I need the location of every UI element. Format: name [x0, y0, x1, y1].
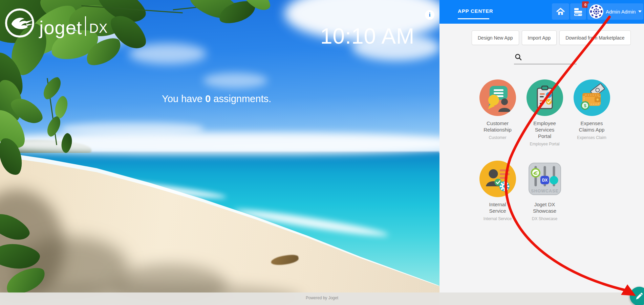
logo-edition: DX: [89, 21, 108, 36]
app-toolbar: Design New App Import App Download from …: [472, 30, 631, 45]
app-center-panel: APP CENTER 0: [439, 0, 644, 305]
joget-app-center-page: joget DX 10:10 AM You have 0 assignments…: [0, 0, 644, 305]
app-title: Expenses Claims App: [575, 120, 608, 133]
logo-text: joget: [39, 18, 82, 38]
user-name: Admin Admin: [606, 9, 636, 15]
joget-bird-icon: [5, 8, 35, 38]
showcase-sliders-icon: DX SHOWCASE: [526, 160, 564, 198]
user-menu-button[interactable]: Admin Admin: [587, 3, 643, 20]
import-app-button[interactable]: Import App: [522, 30, 557, 45]
download-from-marketplace-button[interactable]: Download from Marketplace: [559, 30, 630, 45]
app-search: [514, 53, 577, 64]
clipboard-checklist-icon: [526, 79, 564, 117]
info-icon: i: [429, 11, 431, 18]
footer-bar: Powered by Joget: [0, 292, 644, 305]
app-title: Internal Service: [481, 201, 514, 214]
dx-knob-label: DX: [542, 178, 548, 183]
inbox-list-icon: [574, 7, 583, 16]
app-center-label: APP CENTER: [458, 8, 493, 14]
clock: 10:10 AM: [320, 24, 419, 49]
assignments-suffix: assignments.: [211, 93, 271, 104]
app-subtitle: Internal Service: [484, 216, 512, 221]
app-subtitle: Employee Portal: [530, 142, 559, 146]
app-subtitle: Customer: [489, 135, 506, 140]
home-button[interactable]: [552, 3, 569, 20]
pencil-icon: [635, 292, 644, 301]
app-tile-joget-dx-showcase[interactable]: DX SHOWCASE Joget DX Showcase DX Showcas…: [521, 160, 568, 221]
home-icon: [556, 7, 565, 16]
wallet-money-icon: $: [573, 79, 611, 117]
app-subtitle: DX Showcase: [532, 216, 557, 221]
app-tile-employee-services-portal[interactable]: Employee Services Portal Employee Portal: [521, 79, 568, 146]
panel-header: APP CENTER 0: [439, 0, 644, 24]
assignments-message: You have 0 assignments.: [162, 93, 271, 104]
svg-text:$: $: [584, 103, 586, 108]
app-title: Customer Relationship: [481, 120, 514, 133]
app-title: Joget DX Showcase: [528, 201, 561, 214]
app-title: Employee Services Portal: [528, 120, 561, 139]
user-avatar: [589, 4, 603, 19]
search-icon: [515, 53, 522, 61]
caret-down-icon: [638, 10, 642, 13]
app-tile-internal-service[interactable]: Internal Service Internal Service: [474, 160, 521, 221]
joget-dx-logo: joget DX: [5, 8, 108, 38]
active-tab-underline: [458, 18, 489, 19]
search-input[interactable]: [514, 53, 577, 64]
assignments-prefix: You have: [162, 93, 205, 104]
cloud-band: [61, 122, 203, 136]
app-subtitle: Expenses Claim: [577, 135, 606, 140]
inbox-button[interactable]: 0: [570, 3, 586, 20]
assignments-count: 0: [205, 93, 211, 104]
chat-bubbles-person-icon: [479, 79, 517, 117]
powered-by-text: Powered by Joget: [0, 296, 644, 300]
cloud: [203, 73, 267, 88]
app-tile-expenses-claims[interactable]: $ Expenses Claims App Expenses Claim: [568, 79, 615, 146]
showcase-label: SHOWCASE: [531, 189, 559, 193]
person-gear-icon: [479, 160, 517, 198]
info-button[interactable]: i: [425, 10, 434, 20]
app-tile-customer-relationship[interactable]: Customer Relationship Customer: [474, 79, 521, 146]
logo-divider: [85, 16, 86, 36]
design-new-app-button[interactable]: Design New App: [472, 30, 519, 45]
apps-grid: Customer Relationship Customer: [474, 79, 616, 235]
tab-app-center[interactable]: APP CENTER: [458, 8, 493, 19]
